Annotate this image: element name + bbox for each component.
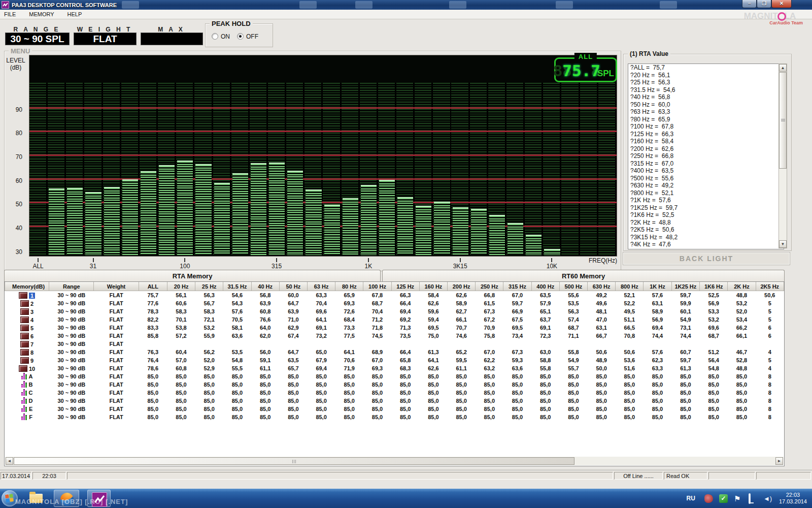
rta-value-line[interactable]: ?3K15 Hz = 48,2 [628,234,784,241]
memory-cell-D[interactable]: D [5,397,49,405]
rta-value-line[interactable]: ?250 Hz = 66,8 [628,152,784,160]
rta-value-line[interactable]: ?315 Hz = 67,0 [628,160,784,168]
scroll-right-button[interactable]: ► [775,457,783,465]
rta-value-line[interactable]: ?1K Hz = 57,6 [628,197,784,204]
rta-value-list[interactable]: ?ALL = 75,7?20 Hz = 56,1?25 Hz = 56,3?31… [628,64,784,249]
rta-value-line[interactable]: ?50 Hz = 60,0 [628,101,784,109]
column-header-800Hz[interactable]: 800 Hz [616,282,644,291]
rta-value-line[interactable]: ?4K Hz = 47,6 [628,241,784,248]
taskbar-clock[interactable]: 22:03 17.03.2014 [779,492,807,505]
menu-item-memory[interactable]: MEMORY [29,11,54,17]
language-indicator[interactable]: RU [687,495,695,502]
hscroll-thumb[interactable] [14,457,574,465]
peak-hold-on-radio[interactable] [212,33,218,40]
scroll-left-button[interactable]: ◄ [6,457,13,465]
minimize-button[interactable]: – [742,0,757,8]
column-header-63Hz[interactable]: 63 Hz [307,282,335,291]
memory-row-1[interactable]: 130 ~ 90 dBFLAT75,756,156,354,656,860,06… [5,291,784,300]
volume-icon[interactable]: ◄) [763,494,772,503]
memory-row-E[interactable]: E30 ~ 90 dBFLAT85,085,085,085,085,085,08… [5,405,784,413]
rta-value-line[interactable]: ?160 Hz = 58,4 [628,138,784,145]
rta-value-line[interactable]: ?20 Hz = 56,1 [628,72,784,79]
memory-row-8[interactable]: 830 ~ 90 dBFLAT76,360,456,253,556,064,76… [5,348,784,356]
memory-row-C[interactable]: C30 ~ 90 dBFLAT85,085,085,085,085,085,08… [5,389,784,397]
column-header-2KHz[interactable]: 2K Hz [728,282,756,291]
column-header-1K6Hz[interactable]: 1K6 Hz [700,282,728,291]
column-header-500Hz[interactable]: 500 Hz [559,282,587,291]
tray-app-icon[interactable] [704,494,713,503]
antivirus-icon[interactable]: ✓ [719,494,728,503]
memory-cell-2[interactable]: 2 [5,299,49,307]
memory-row-3[interactable]: 330 ~ 90 dBFLAT78,358,358,357,660,863,96… [5,307,784,315]
scroll-down-button[interactable]: ▼ [779,240,787,248]
memory-cell-9[interactable]: 9 [5,356,49,364]
memory-cell-3[interactable]: 3 [5,307,49,315]
memory-row-10[interactable]: 1030 ~ 90 dBFLAT78,660,852,955,561,165,7… [5,364,784,372]
rta-value-line[interactable]: ?400 Hz = 63,5 [628,167,784,175]
column-header-1KHz[interactable]: 1K Hz [644,282,671,291]
memory-cell-F[interactable]: F [5,413,49,421]
scroll-thumb[interactable] [779,72,787,169]
rta-value-line[interactable]: ?2K Hz = 48,8 [628,219,784,227]
memory-column-header[interactable]: Memory [12,283,33,290]
column-header-250Hz[interactable]: 250 Hz [476,282,503,291]
column-header-20Hz[interactable]: 20 Hz [167,282,195,291]
memory-cell-8[interactable]: 8 [5,348,49,356]
column-header-50Hz[interactable]: 50 Hz [279,282,307,291]
column-header-160Hz[interactable]: 160 Hz [419,282,447,291]
column-header-200Hz[interactable]: 200 Hz [448,282,476,291]
memory-cell-C[interactable]: C [5,389,49,397]
peak-hold-on-label[interactable]: ON [221,33,230,40]
back-light-button[interactable]: BACK LIGHT [623,252,790,265]
memory-row-A[interactable]: A30 ~ 90 dBFLAT85,085,085,085,085,085,08… [5,372,784,380]
range-value[interactable]: 30 ~ 90 SPL [5,33,70,45]
maximize-button[interactable]: ❐ [757,0,771,8]
max-value[interactable] [141,33,203,45]
column-header-315Hz[interactable]: 31.5 Hz [223,282,251,291]
peak-hold-off-label[interactable]: OFF [246,33,258,40]
rta-value-line[interactable]: ?800 Hz = 52,1 [628,189,784,197]
rta-value-line[interactable]: ?ALL = 75,7 [628,64,784,72]
column-header-Range[interactable]: Range [49,282,94,291]
column-header-125Hz[interactable]: 125 Hz [391,282,419,291]
rta-value-line[interactable]: ?2K5 Hz = 50,6 [628,226,784,234]
rta-value-line[interactable]: ?40 Hz = 56,8 [628,93,784,101]
memory-row-7[interactable]: 730 ~ 90 dBFLAT [5,340,784,348]
rta-value-line[interactable]: ?200 Hz = 62,6 [628,145,784,153]
memory-row-D[interactable]: D30 ~ 90 dBFLAT85,085,085,085,085,085,08… [5,397,784,405]
memory-cell-10[interactable]: 10 [5,364,49,372]
db-column-header[interactable]: (dB) [33,283,45,290]
memory-row-2[interactable]: 230 ~ 90 dBFLAT77,660,656,754,363,964,77… [5,299,784,307]
memory-row-F[interactable]: F30 ~ 90 dBFLAT85,085,085,085,085,085,08… [5,413,784,421]
column-header-2K5Hz[interactable]: 2K5 Hz [756,282,784,291]
column-header-630Hz[interactable]: 630 Hz [588,282,616,291]
peak-hold-off-radio[interactable] [237,33,244,40]
rta-value-line[interactable]: ?25 Hz = 56,3 [628,79,784,86]
memory-cell-5[interactable]: 5 [5,324,49,332]
tab-rt60-memory[interactable]: RT60 Memory [382,270,785,281]
memory-row-9[interactable]: 930 ~ 90 dBFLAT76,457,052,054,859,163,56… [5,356,784,364]
rta-value-line[interactable]: ?63 Hz = 63,3 [628,108,784,116]
memory-cell-4[interactable]: 4 [5,315,49,324]
table-horizontal-scrollbar[interactable]: ◄ ► [5,457,784,465]
memory-row-5[interactable]: 530 ~ 90 dBFLAT83,353,853,258,164,062,96… [5,324,784,332]
column-header-25Hz[interactable]: 25 Hz [195,282,223,291]
column-header-100Hz[interactable]: 100 Hz [363,282,391,291]
rta-value-line[interactable]: ?125 Hz = 66,3 [628,131,784,138]
scroll-up-button[interactable]: ▲ [779,64,787,72]
weight-value[interactable]: FLAT [74,33,137,45]
column-header-315Hz[interactable]: 315 Hz [503,282,531,291]
memory-cell-1[interactable]: 1 [5,291,49,300]
rta-list-scrollbar[interactable]: ▲ ▼ [779,64,787,248]
rta-value-line[interactable]: ?1K25 Hz = 59,7 [628,204,784,212]
close-button[interactable]: ✕ [771,0,792,8]
rta-value-line[interactable]: ?100 Hz = 67,8 [628,123,784,131]
action-center-flag-icon[interactable]: ⚑ [734,494,742,503]
memory-cell-A[interactable]: A [5,372,49,380]
menu-item-help[interactable]: HELP [67,11,82,17]
column-header-ALL[interactable]: ALL [139,282,167,291]
rta-value-line[interactable]: ?31.5 Hz = 54,6 [628,86,784,94]
rta-value-line[interactable]: ?500 Hz = 55,6 [628,175,784,182]
memory-cell-7[interactable]: 7 [5,340,49,348]
memory-row-6[interactable]: 630 ~ 90 dBFLAT85,857,255,963,662,067,47… [5,332,784,340]
